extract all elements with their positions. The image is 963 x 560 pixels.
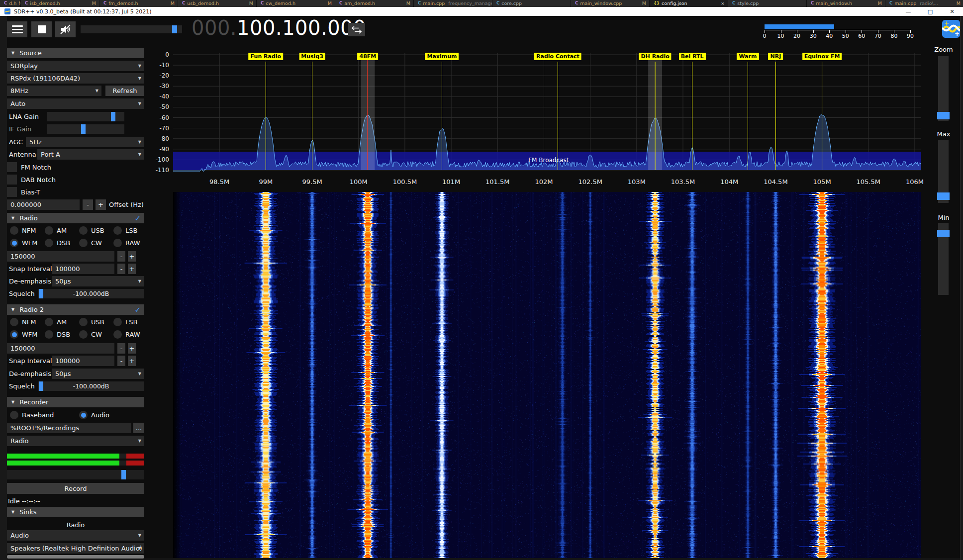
deemphasis2-select[interactable]: 50µs▼ — [52, 369, 144, 379]
squelch2-slider[interactable]: -100.000dB — [38, 381, 144, 391]
svg-text:104M: 104M — [720, 178, 738, 186]
svg-text:101.5M: 101.5M — [485, 178, 509, 186]
sidebar-scrollbar[interactable] — [7, 555, 144, 559]
station-marker-label[interactable]: NRJ — [769, 53, 783, 60]
radio2-section-header[interactable]: ▼ Radio 2 ✓ — [7, 304, 144, 315]
squelch2-label: Squelch — [9, 381, 35, 391]
snap-interval2-input[interactable]: 100000 — [52, 356, 114, 366]
audio-level-meter-right — [7, 461, 144, 466]
station-marker-label[interactable]: Maximum — [425, 53, 459, 60]
radio-dot-icon — [10, 330, 18, 339]
snap-plus[interactable]: + — [128, 264, 136, 274]
station-marker-label[interactable]: Equinox FM — [802, 53, 842, 60]
radio-bandwidth-input[interactable]: 150000 — [7, 251, 114, 262]
recorder-stream-select[interactable]: Radio▼ — [7, 436, 144, 446]
radio-dot-icon — [113, 318, 122, 326]
deemphasis-label: De-emphasis — [9, 276, 51, 286]
offset-input[interactable]: 0.000000 — [7, 199, 80, 210]
mode-option-dsb[interactable]: DSB — [45, 238, 70, 248]
audio-level-meter-left — [7, 454, 144, 459]
collapse-triangle-icon: ▼ — [11, 400, 14, 404]
radio-dot-icon — [45, 330, 53, 339]
recorder-volume-handle[interactable] — [121, 470, 126, 479]
radio-bandwidth-plus[interactable]: + — [128, 251, 136, 262]
mode-option-wfm[interactable]: WFM — [10, 329, 38, 340]
station-marker-label[interactable]: Fun Radio — [249, 53, 284, 60]
radio2-header-label: Radio 2 — [19, 306, 44, 313]
station-marker-label[interactable]: Radio Contact — [534, 53, 581, 60]
zoom-slider-handle[interactable] — [937, 112, 950, 119]
svg-text:100M: 100M — [350, 178, 368, 186]
station-marker-label[interactable]: DH Radio — [639, 53, 671, 60]
radio-section-header[interactable]: ▼ Radio ✓ — [7, 213, 144, 223]
waterfall[interactable] — [173, 192, 921, 558]
mode-option-nfm[interactable]: NFM — [10, 317, 36, 327]
svg-text:101M: 101M — [442, 178, 460, 186]
mode-label: AM — [57, 318, 67, 326]
mode-option-raw[interactable]: RAW — [113, 238, 140, 248]
mode-option-am[interactable]: AM — [45, 317, 67, 327]
max-slider-handle[interactable] — [937, 192, 950, 200]
snap-minus[interactable]: - — [117, 264, 125, 274]
radio2-bandwidth-input[interactable]: 150000 — [7, 343, 114, 354]
mode-label: AM — [57, 227, 67, 234]
sinks-section-header[interactable]: ▼ Sinks — [7, 507, 144, 517]
svg-text:103M: 103M — [628, 178, 646, 186]
zoom-slider[interactable] — [938, 56, 949, 121]
collapse-triangle-icon: ▼ — [11, 307, 14, 312]
sink-type-select[interactable]: Audio▼ — [7, 530, 144, 541]
deemphasis-select[interactable]: 50µs▼ — [52, 276, 144, 286]
snap2-minus[interactable]: - — [117, 356, 125, 366]
mode-option-dsb[interactable]: DSB — [45, 329, 70, 340]
radio-dot-icon — [113, 330, 122, 339]
offset-label: Offset (Hz) — [109, 199, 144, 210]
station-marker-label[interactable]: Warm — [737, 53, 759, 60]
radio-bandwidth-minus[interactable]: - — [117, 251, 125, 262]
chevron-down-icon: ▼ — [138, 546, 141, 551]
radio-enabled-check-icon[interactable]: ✓ — [134, 214, 141, 223]
recorder-header-label: Recorder — [19, 398, 48, 406]
mode-option-usb[interactable]: USB — [79, 317, 104, 327]
mode-option-lsb[interactable]: LSB — [113, 225, 137, 236]
mode-option-wfm[interactable]: WFM — [10, 238, 38, 248]
radio2-bandwidth-plus[interactable]: + — [128, 343, 136, 354]
browse-button[interactable]: ... — [133, 423, 144, 433]
radio-dot-icon — [113, 239, 122, 247]
radio-dot-icon — [79, 226, 88, 235]
sinks-header-label: Sinks — [19, 508, 36, 516]
radio2-bandwidth-minus[interactable]: - — [117, 343, 125, 354]
recorder-section-header[interactable]: ▼ Recorder — [7, 397, 144, 407]
snap-interval-input[interactable]: 100000 — [52, 264, 114, 274]
svg-text:102M: 102M — [535, 178, 553, 186]
recorder-mode-baseband[interactable]: Baseband — [10, 410, 54, 420]
recorder-mode-audio[interactable]: Audio — [79, 410, 109, 420]
snap2-plus[interactable]: + — [128, 356, 136, 366]
station-marker-label[interactable]: 48FM — [357, 53, 378, 60]
station-marker-label[interactable]: Bel RTL — [679, 53, 706, 60]
min-slider-handle[interactable] — [937, 230, 950, 237]
radio-dot-icon — [79, 411, 88, 419]
offset-plus-button[interactable]: + — [96, 199, 106, 210]
mode-option-raw[interactable]: RAW — [113, 329, 140, 340]
mode-label: CW — [91, 239, 102, 247]
mode-label: CW — [91, 331, 102, 338]
squelch-slider[interactable]: -100.000dB — [38, 289, 144, 298]
svg-text:98.5M: 98.5M — [209, 178, 229, 186]
station-marker-label[interactable]: Musiq3 — [299, 53, 325, 60]
mode-option-cw[interactable]: CW — [79, 238, 102, 248]
offset-minus-button[interactable]: - — [83, 199, 93, 210]
deemphasis2-label: De-emphasis — [9, 369, 51, 379]
mode-label: LSB — [125, 318, 137, 326]
mode-option-nfm[interactable]: NFM — [10, 225, 36, 236]
mode-option-cw[interactable]: CW — [79, 329, 102, 340]
mode-option-lsb[interactable]: LSB — [113, 317, 137, 327]
mode-option-usb[interactable]: USB — [79, 225, 104, 236]
svg-text:FM Broadcast: FM Broadcast — [528, 157, 569, 164]
recorder-volume-slider[interactable] — [7, 470, 144, 479]
sink-device-select[interactable]: Speakers (Realtek High Definition Audio)… — [7, 543, 144, 554]
radio2-enabled-check-icon[interactable]: ✓ — [134, 305, 141, 314]
mode-option-am[interactable]: AM — [45, 225, 67, 236]
recording-path-input[interactable]: %ROOT%/Recordings — [7, 423, 131, 433]
record-button[interactable]: Record — [7, 483, 144, 494]
mode-label: RAW — [125, 239, 140, 247]
